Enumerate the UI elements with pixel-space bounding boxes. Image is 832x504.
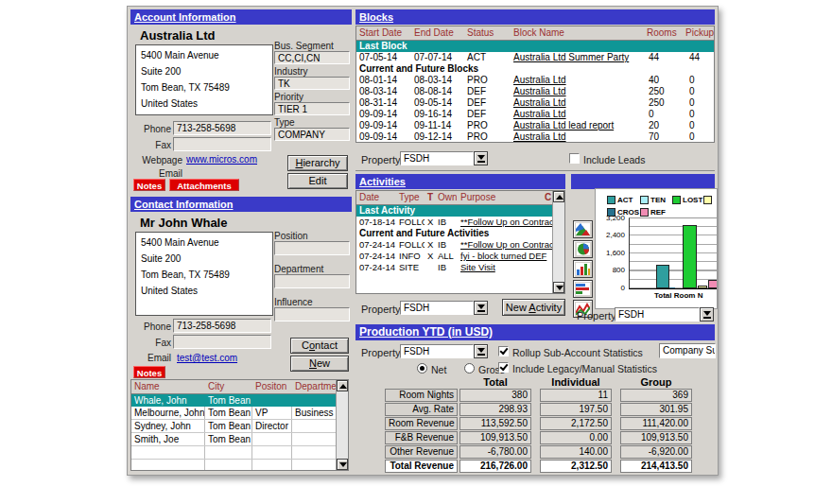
- blocks-table: Start Date End Date Status Block Name Ro…: [355, 26, 715, 143]
- account-fax-field[interactable]: [173, 137, 271, 151]
- production-property-dropdown-icon[interactable]: [474, 344, 488, 358]
- chart-property-dropdown-icon[interactable]: [700, 307, 714, 322]
- contact-phone-label: Phone: [135, 322, 171, 332]
- block-name-link[interactable]: Australia Ltd Summer Party: [511, 52, 643, 63]
- activities-property-combo[interactable]: FSDH: [400, 301, 474, 315]
- bus-segment-field[interactable]: CC,CI,CN: [274, 51, 350, 64]
- contact-address-box[interactable]: 5400 Main Avenue Suite 200 Tom Bean, TX …: [135, 232, 273, 316]
- activity-purpose-link[interactable]: **Follow Up on Contract - S: [458, 239, 554, 251]
- block-name-link[interactable]: Australia Ltd: [511, 86, 643, 97]
- horizontal-bar-chart-icon[interactable]: [573, 280, 593, 298]
- block-name-link[interactable]: Australia Ltd: [511, 97, 643, 109]
- account-address-box[interactable]: 5400 Main Avenue Suite 200 Tom Bean, TX …: [135, 44, 273, 115]
- contacts-table-row[interactable]: Sydney, John Tom Bean Director: [131, 420, 348, 433]
- blocks-property-dropdown-icon[interactable]: [474, 151, 488, 165]
- block-name-link[interactable]: Australia Ltd lead report: [511, 120, 643, 131]
- scroll-down-icon[interactable]: [337, 459, 348, 470]
- account-fax-label: Fax: [135, 140, 171, 150]
- bar-cros: [669, 287, 675, 288]
- new-contact-button[interactable]: New: [290, 356, 349, 372]
- new-activity-button[interactable]: New Activity: [502, 299, 565, 316]
- account-notes-button[interactable]: Notes: [133, 179, 165, 191]
- blocks-table-header-row: Start Date End Date Status Block Name Ro…: [356, 26, 714, 41]
- company-subsidiary-combo[interactable]: Company Subsidiar: [659, 343, 716, 358]
- gross-radio[interactable]: [464, 363, 475, 374]
- account-webpage-link[interactable]: www.micros.com: [186, 154, 257, 165]
- contact-email-label: Email: [135, 353, 171, 363]
- activities-property-label: Property: [361, 304, 401, 315]
- hierarchy-button[interactable]: Hierarchy: [287, 155, 348, 171]
- blocks-panel-header: Blocks: [355, 9, 715, 25]
- contacts-table-empty-row: [131, 446, 348, 460]
- account-attachments-button[interactable]: Attachments: [169, 179, 239, 191]
- influence-field[interactable]: [274, 307, 350, 322]
- scroll-up-icon[interactable]: [553, 191, 564, 202]
- activity-purpose-link[interactable]: **Follow Up on Contract - S: [458, 217, 554, 228]
- block-name-link[interactable]: Australia Ltd: [511, 109, 643, 120]
- activities-table-row[interactable]: 07-24-14 INFO X ALL fyi - block turned D…: [356, 251, 564, 262]
- legend-swatch-clipped: [703, 196, 712, 204]
- contact-email-link[interactable]: test@test.com: [177, 353, 237, 363]
- account-webpage-label: Webpage: [131, 155, 182, 165]
- blocks-section-last: Last Block: [356, 41, 714, 52]
- production-property-label: Property: [361, 347, 401, 358]
- contacts-table-empty-row: [131, 460, 348, 471]
- chart-legend-item: REF: [640, 208, 666, 217]
- activities-table: Date Type T Own Purpose C Last Activity …: [355, 190, 565, 294]
- scroll-down-icon[interactable]: [553, 282, 564, 293]
- blocks-property-label: Property: [361, 154, 401, 165]
- contacts-table-row-selected[interactable]: Whale, John Tom Bean: [131, 394, 348, 407]
- blocks-section-current: Current and Future Blocks: [356, 63, 714, 75]
- department-field[interactable]: [274, 274, 350, 288]
- activities-property-dropdown-icon[interactable]: [474, 301, 488, 315]
- blocks-table-row[interactable]: 08-03-14 08-08-14 DEF Australia Ltd 250 …: [356, 86, 714, 97]
- blocks-table-row[interactable]: 09-09-14 09-12-14 PRO Australia Ltd 70 0: [356, 131, 714, 143]
- edit-button[interactable]: Edit: [287, 173, 348, 189]
- scroll-up-icon[interactable]: [337, 380, 348, 391]
- blocks-table-row[interactable]: 08-01-14 08-03-14 PRO Australia Ltd 40 0: [356, 75, 714, 86]
- area-chart-icon[interactable]: [573, 220, 593, 238]
- net-label: Net: [431, 364, 446, 375]
- contact-phone-field[interactable]: 713-258-5698: [173, 319, 271, 333]
- activities-section-current: Current and Future Activities: [356, 228, 564, 239]
- rollup-checkbox[interactable]: [498, 346, 509, 356]
- activities-table-row[interactable]: 07-18-14 FOLLOW X IB **Follow Up on Cont…: [356, 217, 564, 228]
- blocks-table-row[interactable]: 08-31-14 09-05-14 DEF Australia Ltd 250 …: [356, 97, 714, 109]
- activities-table-scrollbar[interactable]: [552, 191, 564, 293]
- y-tick-label: 2,400: [597, 231, 625, 239]
- blocks-property-combo[interactable]: FSDH: [400, 151, 474, 165]
- block-name-link[interactable]: Australia Ltd: [511, 131, 643, 143]
- net-radio[interactable]: [417, 363, 427, 374]
- blocks-table-row[interactable]: 09-09-14 09-11-14 PRO Australia Ltd lead…: [356, 120, 714, 131]
- bar-chart-icon[interactable]: [573, 260, 593, 278]
- account-phone-label: Phone: [135, 124, 171, 134]
- blocks-table-row[interactable]: 07-05-14 07-07-14 ACT Australia Ltd Summ…: [356, 52, 714, 63]
- rollup-label: Rollup Sub-Account Statistics: [512, 347, 643, 358]
- pie-chart-icon[interactable]: [573, 240, 593, 258]
- industry-field[interactable]: TK: [274, 77, 350, 90]
- account-phone-field[interactable]: 713-258-5698: [173, 121, 271, 135]
- blocks-table-row[interactable]: 09-09-14 09-16-14 DEF Australia Ltd 0 0: [356, 109, 714, 120]
- block-name-link[interactable]: Australia Ltd: [511, 75, 643, 86]
- influence-label: Influence: [274, 297, 313, 307]
- priority-field[interactable]: TIER 1: [274, 102, 350, 115]
- activity-purpose-link[interactable]: Site Visit: [458, 262, 554, 273]
- type-field[interactable]: COMPANY: [274, 128, 350, 141]
- account-email-label: Email: [131, 168, 182, 179]
- contact-notes-button[interactable]: Notes: [133, 366, 165, 378]
- contact-fax-field[interactable]: [173, 335, 271, 349]
- include-leads-checkbox[interactable]: [569, 153, 580, 164]
- contacts-table-row[interactable]: Melbourne, John Tom Bean VP Business Uni…: [131, 407, 348, 420]
- y-tick-label: 3,200: [597, 214, 625, 222]
- y-tick-label: 800: [597, 266, 625, 274]
- contacts-table-scrollbar[interactable]: [336, 380, 348, 470]
- position-field[interactable]: [274, 241, 350, 255]
- activities-table-row[interactable]: 07-24-14 SITE IB Site Visit: [356, 262, 564, 273]
- contacts-table-row[interactable]: Smith, Joe Tom Bean: [131, 433, 348, 446]
- legacy-checkbox[interactable]: [498, 362, 509, 373]
- contact-button[interactable]: Contact: [290, 338, 349, 354]
- activity-purpose-link[interactable]: fyi - block turned DEF: [458, 251, 554, 262]
- chart-property-combo[interactable]: FSDH: [615, 307, 700, 322]
- activities-table-row[interactable]: 07-24-14 FOLLOW X IB **Follow Up on Cont…: [356, 239, 564, 251]
- production-property-combo[interactable]: FSDH: [400, 344, 474, 358]
